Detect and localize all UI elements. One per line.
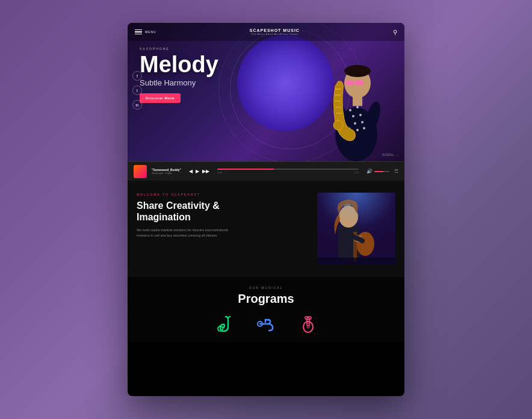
programs-section: OUR MUSICAL Programs (128, 277, 404, 342)
track-subtitle: Sarasound - Public (152, 172, 181, 175)
player-info: "Sarasound_Buddy" Sarasound - Public (152, 168, 181, 175)
prev-button[interactable]: ◀ (189, 169, 193, 174)
svg-rect-46 (305, 317, 311, 319)
scroll-indicator: SCROLL ⌄ (382, 153, 398, 157)
discover-button[interactable]: Discover More (140, 93, 181, 103)
hero-section: MENU SCAPESHOT MUSIC The Music Band Word… (128, 23, 404, 161)
volume-control[interactable]: 🔊 (367, 169, 389, 174)
svg-point-2 (356, 106, 359, 108)
scroll-label: SCROLL (382, 153, 394, 157)
brand-tagline: The Music Band WordPress Theme (250, 33, 300, 36)
about-section: WELCOME TO SCAPESHOT Share Creativity & … (128, 181, 404, 277)
program-guitar[interactable] (299, 315, 317, 333)
nav-brand: SCAPESHOT MUSIC The Music Band WordPress… (250, 28, 300, 36)
player-controls[interactable]: ◀ ▶ ▶▶ (189, 169, 209, 174)
time-current: 4:30 (217, 171, 222, 174)
navbar: MENU SCAPESHOT MUSIC The Music Band Word… (128, 23, 404, 41)
hero-person (308, 32, 392, 161)
volume-icon[interactable]: 🔊 (367, 169, 373, 174)
playlist-icon[interactable]: ☰ (394, 169, 398, 174)
svg-line-38 (228, 316, 230, 318)
svg-point-9 (356, 129, 359, 131)
svg-point-19 (333, 120, 343, 130)
browser-window: MENU SCAPESHOT MUSIC The Music Band Word… (128, 23, 404, 396)
program-saxophone[interactable] (215, 315, 233, 333)
hero-subtitle: Subtle Harmony (140, 78, 218, 87)
about-description: We build capital markets solutions for i… (137, 228, 233, 238)
about-title-line1: Share Creativity & (137, 200, 220, 211)
time-total: 5:58 (354, 171, 359, 174)
hamburger-icon[interactable] (135, 29, 142, 35)
about-title: Share Creativity & Imagination (137, 200, 308, 223)
progress-fill (217, 169, 274, 170)
progress-bar-container[interactable]: 4:30 5:58 (217, 169, 359, 174)
guitarist-light (317, 193, 395, 229)
svg-point-7 (361, 121, 363, 123)
next-button[interactable]: ▶▶ (202, 169, 209, 174)
chevron-down-icon: ⌄ (396, 153, 398, 157)
svg-rect-16 (353, 97, 362, 106)
hero-badge: SAXOPHONE (140, 47, 218, 51)
brand-name: SCAPESHOT MUSIC (250, 28, 300, 33)
player-thumbnail (134, 165, 147, 178)
facebook-icon[interactable]: f (132, 71, 142, 81)
volume-fill (374, 171, 383, 172)
program-trumpet[interactable] (257, 315, 275, 333)
menu-label[interactable]: MENU (145, 30, 156, 34)
svg-rect-13 (355, 80, 363, 85)
volume-bar[interactable] (374, 171, 389, 172)
about-image (317, 193, 395, 265)
svg-point-6 (354, 122, 356, 125)
svg-point-1 (349, 109, 351, 111)
social-icons: f t in (132, 71, 142, 110)
progress-times: 4:30 5:58 (217, 171, 359, 174)
svg-point-3 (352, 115, 354, 117)
play-button[interactable]: ▶ (196, 169, 199, 174)
hero-title: Melody (140, 53, 218, 76)
programs-icons (137, 315, 395, 336)
guitarist-figure (317, 193, 395, 265)
music-player: "Sarasound_Buddy" Sarasound - Public ◀ ▶… (128, 161, 404, 181)
about-title-line2: Imagination (137, 212, 191, 222)
svg-point-4 (359, 114, 362, 116)
progress-bar[interactable] (217, 169, 359, 170)
hero-content: SAXOPHONE Melody Subtle Harmony Discover… (140, 47, 218, 103)
about-text: WELCOME TO SCAPESHOT Share Creativity & … (137, 193, 308, 238)
svg-rect-36 (317, 258, 395, 265)
programs-title: Programs (137, 292, 395, 306)
svg-point-15 (344, 65, 371, 77)
svg-point-10 (363, 127, 365, 129)
svg-rect-12 (345, 80, 354, 85)
about-label: WELCOME TO SCAPESHOT (137, 193, 308, 196)
programs-label: OUR MUSICAL (137, 286, 395, 290)
nav-menu-area[interactable]: MENU (135, 29, 156, 35)
instagram-icon[interactable]: in (132, 100, 142, 110)
twitter-icon[interactable]: t (132, 85, 142, 95)
search-icon[interactable]: ⚲ (393, 29, 397, 36)
svg-point-31 (356, 232, 374, 256)
